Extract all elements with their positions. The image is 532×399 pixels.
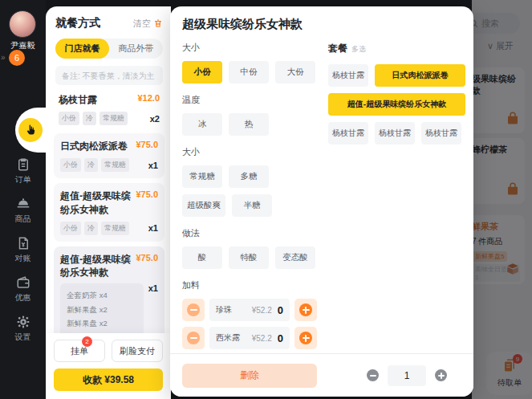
options-column: 超级果味缤纷乐女神款 大小 小份 中份 大份 温度 冰 热 大小 常规糖 多糖 … [182, 17, 317, 353]
modal-footer: 删除 1 [170, 353, 473, 397]
cart-item[interactable]: 超值-超级果味缤纷乐女神款 ¥75.0 小份 冷 常规糖 x1 [54, 183, 164, 241]
notification-badge[interactable]: 6 [9, 50, 25, 66]
quantity-stepper: 1 [367, 365, 447, 386]
topping-info: 珍珠 ¥52.2 0 [209, 299, 290, 321]
face-pay-button[interactable]: 刷脸支付 [112, 340, 163, 362]
sub-item: 新鲜果盘 x2 [67, 316, 137, 331]
decrement-button[interactable] [182, 299, 205, 321]
reconcile-icon [16, 236, 30, 250]
topping-name: 西米露 [216, 332, 240, 344]
item-tag: 常规糖 [99, 112, 128, 125]
avatar[interactable] [9, 10, 36, 38]
option-group: 小份 中份 大份 [182, 61, 317, 83]
sidebar-item-label: 设置 [15, 332, 31, 343]
trash-icon [153, 18, 163, 28]
combo-hint: 多选 [351, 44, 366, 55]
clear-cart-button[interactable]: 清空 [133, 18, 163, 30]
option-button[interactable]: 酸 [182, 246, 222, 269]
combo-option[interactable]: 杨枝甘露 [328, 64, 368, 87]
increment-button[interactable] [294, 299, 317, 321]
option-button[interactable]: 常规糖 [182, 165, 222, 188]
cashier-mode-button[interactable] [18, 118, 43, 142]
qty-value: 1 [388, 365, 426, 386]
cart-item[interactable]: 日式肉松派派卷 ¥75.0 小份 冷 常规糖 x1 [54, 133, 164, 178]
item-price: ¥75.0 [136, 140, 158, 153]
combo-option-selected[interactable]: 日式肉松派派卷 [375, 64, 465, 87]
option-group: 冰 热 [182, 113, 317, 136]
sidebar-item-label: 商品 [15, 214, 31, 225]
topping-qty: 0 [278, 332, 283, 344]
sidebar-item-label: 对账 [15, 253, 31, 264]
sidebar-item-settings[interactable]: 设置 [15, 315, 31, 343]
combo-option[interactable]: 杨枝甘露 [421, 122, 461, 145]
modal-dim-overlay [472, 0, 532, 399]
option-button[interactable]: 小份 [182, 61, 222, 83]
cart-panel: 就餐方式 清空 门店就餐 商品外带 杨枝甘露 ¥12.0 小份 冷 常规糖 [46, 6, 171, 399]
topping-row: 珍珠 ¥52.2 0 [182, 299, 317, 321]
sidebar-item-products[interactable]: 商品 [15, 197, 31, 225]
sidebar-nav: 订单 商品 对账 优惠 设置 [0, 157, 46, 343]
qty-decrement-button[interactable] [367, 369, 379, 381]
option-button[interactable]: 冰 [182, 113, 222, 136]
product-title: 超级果味缤纷乐女神款 [182, 17, 317, 32]
sidebar-item-reconcile[interactable]: 对账 [15, 236, 31, 264]
sidebar: 尹嘉毅 » 6 订单 商品 对账 优惠 [0, 0, 46, 399]
option-button[interactable]: 半糖 [232, 194, 272, 217]
minus-icon [187, 303, 200, 316]
product-detail-modal: 超级果味缤纷乐女神款 大小 小份 中份 大份 温度 冰 热 大小 常规糖 多糖 … [170, 6, 473, 397]
hold-order-button[interactable]: 挂单 2 [54, 340, 105, 362]
pos-app: 搜索 ∨ 展开 级果味缤纷款 蜂柠檬茶 鲜果茶 7 件商品 新鲜果盘5 美味全日… [0, 0, 532, 399]
item-tag: 常规糖 [101, 158, 129, 172]
topping-price: ¥52.2 [252, 306, 272, 315]
sidebar-item-discounts[interactable]: 优惠 [15, 275, 31, 303]
option-button[interactable]: 中份 [229, 61, 269, 83]
decrement-button[interactable] [182, 327, 205, 349]
group-label: 温度 [182, 94, 317, 106]
tab-dine-in[interactable]: 门店就餐 [55, 39, 109, 59]
checkout-button[interactable]: 收款 ¥39.58 [54, 368, 163, 391]
option-button[interactable]: 超级酸爽 [182, 194, 225, 217]
item-tag: 冷 [84, 222, 98, 235]
sidebar-item-orders[interactable]: 订单 [15, 157, 31, 185]
item-tag: 小份 [59, 112, 79, 125]
products-icon [16, 197, 30, 211]
topping-price: ¥52.2 [252, 334, 272, 343]
option-button[interactable]: 变态酸 [275, 246, 315, 269]
wallet-icon [16, 275, 30, 290]
combo-option-selected[interactable]: 超值-超级果味缤纷乐女神款 [328, 93, 465, 116]
item-price: ¥75.0 [136, 189, 158, 215]
tab-takeout[interactable]: 商品外带 [109, 39, 163, 59]
face-pay-label: 刷脸支付 [120, 345, 155, 357]
remark-input[interactable] [55, 66, 163, 85]
plus-icon [299, 303, 312, 316]
item-price: ¥75.0 [136, 253, 158, 279]
item-name: 超值-超级果味缤纷乐女神款 [60, 253, 131, 279]
item-qty: x2 [150, 114, 160, 124]
increment-button[interactable] [294, 327, 317, 349]
combo-option[interactable]: 杨枝甘露 [328, 122, 368, 145]
combo-options: 杨枝甘露 日式肉松派派卷 超值-超级果味缤纷乐女神款 杨枝甘露 杨枝甘露 杨枝甘… [328, 64, 465, 145]
item-name: 杨枝甘露 [59, 93, 132, 106]
product-grid-panel: 搜索 ∨ 展开 级果味缤纷款 蜂柠檬茶 鲜果茶 7 件商品 新鲜果盘5 美味全日… [472, 0, 532, 399]
user-name: 尹嘉毅 [0, 40, 46, 51]
cart-item[interactable]: 杨枝甘露 ¥12.0 小份 冷 常规糖 x2 [54, 87, 164, 132]
delete-label: 删除 [240, 368, 259, 382]
qty-increment-button[interactable] [435, 369, 447, 381]
item-qty: x1 [148, 161, 158, 170]
cart-title: 就餐方式 [55, 16, 100, 31]
item-qty: x1 [148, 223, 158, 233]
toppings-label: 加料 [182, 279, 317, 291]
hold-order-badge: 2 [82, 336, 92, 347]
option-button[interactable]: 特酸 [229, 246, 269, 269]
orders-icon [16, 157, 30, 172]
option-button[interactable]: 热 [229, 113, 269, 136]
option-button[interactable]: 多糖 [229, 165, 269, 188]
option-button[interactable]: 大份 [275, 61, 315, 83]
group-label: 做法 [182, 227, 317, 239]
delete-item-button[interactable]: 删除 [182, 364, 317, 388]
group-label: 大小 [182, 42, 317, 54]
item-tag: 小份 [60, 158, 81, 172]
collapse-icon[interactable]: » [1, 53, 6, 62]
sub-item: 新鲜果盘 x2 [67, 303, 137, 317]
combo-option[interactable]: 杨枝甘露 [375, 122, 415, 145]
